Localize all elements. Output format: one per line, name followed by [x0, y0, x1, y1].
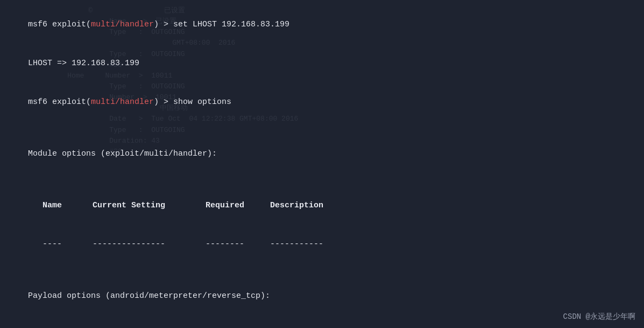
col2-current: Current Setting	[93, 199, 206, 212]
payload-options-text: Payload options (android/meterpreter/rev…	[28, 291, 270, 301]
col3-required: Required	[206, 199, 270, 212]
col4-underline: -----------	[270, 240, 323, 249]
blank-1	[9, 122, 635, 135]
module-options-text: Module options (exploit/multi/handler):	[28, 149, 217, 158]
col1-underline: ----	[28, 238, 93, 251]
cmd-show-options: msf6 exploit(multi/handler) > show optio…	[9, 83, 635, 122]
col3-underline: --------	[206, 238, 270, 251]
col4-desc: Description	[270, 201, 323, 210]
col1-name: Name	[28, 199, 93, 212]
prompt-prefix: msf6 exploit(	[28, 20, 91, 29]
col2-underline: ---------------	[93, 238, 206, 251]
prompt2-suffix: ) > show options	[154, 97, 231, 107]
cmd-set-lhost: msf6 exploit(multi/handler) > set LHOST …	[9, 5, 635, 44]
payload-options-header: Payload options (android/meterpreter/rev…	[9, 277, 635, 316]
lhost-output: LHOST => 192.168.83.199	[9, 44, 635, 83]
module-name-red: multi/handler	[91, 20, 154, 29]
module-options-header: Module options (exploit/multi/handler):	[9, 135, 635, 173]
watermark-text: CSDN @永远是少年啊	[563, 312, 635, 321]
terminal: © 已设置 Name > 已设置 Type : OUTGOING GMT+08:…	[0, 0, 644, 328]
blank-2	[9, 173, 635, 186]
lhost-label: LHOST => 192.168.83.199	[28, 59, 139, 68]
table1-header-row: NameCurrent SettingRequiredDescription	[9, 186, 635, 225]
module-name-red2: multi/handler	[91, 97, 154, 107]
blank-3	[9, 264, 635, 277]
prompt-suffix: ) > set LHOST 192.168.83.199	[154, 20, 289, 29]
watermark: CSDN @永远是少年啊	[563, 312, 635, 322]
prompt2-prefix: msf6 exploit(	[28, 97, 91, 107]
table1-underline-row: --------------------------------------	[9, 225, 635, 264]
blank-4	[9, 316, 635, 328]
